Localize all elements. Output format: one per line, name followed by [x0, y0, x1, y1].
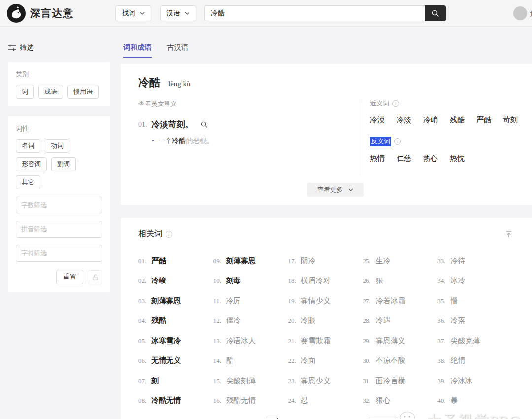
english-definition-link[interactable]: 查看英文释义 [138, 100, 177, 107]
antonym-word[interactable]: 热情 [370, 154, 385, 163]
user-avatar[interactable] [513, 6, 527, 20]
pinyin-filter-input[interactable] [16, 221, 102, 238]
related-word-text[interactable]: 面冷言横 [376, 377, 405, 384]
info-icon[interactable]: i [394, 138, 401, 145]
related-word-text[interactable]: 忍 [301, 396, 308, 404]
back-to-top-icon[interactable] [505, 231, 512, 238]
related-word-text[interactable]: 冷面 [301, 356, 316, 364]
related-word-text[interactable]: 冷峻 [151, 277, 166, 284]
search-button[interactable] [425, 5, 446, 21]
character-filter-input[interactable] [16, 245, 102, 262]
related-word-text[interactable]: 绝情 [450, 356, 465, 364]
word-body: 查看英文释义 01. 冷淡苛刻。 •一个冷酷的恶棍。 [138, 99, 532, 175]
related-word-text[interactable]: 狠心 [376, 396, 391, 404]
example-sentence: •一个冷酷的恶棍。 [138, 137, 350, 145]
char-count-filter-input[interactable] [16, 197, 102, 213]
related-word-text[interactable]: 暴 [450, 396, 458, 404]
related-word-text[interactable]: 寡恩少义 [301, 377, 331, 384]
search-input[interactable] [204, 5, 425, 21]
related-word-text[interactable]: 赛雪欺霜 [301, 337, 331, 345]
brand[interactable]: 深言达意 [7, 4, 73, 23]
category-chip[interactable]: 词 [16, 85, 34, 99]
per-page-select[interactable]: 40 [369, 417, 397, 419]
related-word-text[interactable]: 寡情少义 [301, 297, 331, 305]
related-word-item: 24. 忍 [288, 396, 363, 405]
related-word-text[interactable]: 冰寒雪冷 [151, 337, 181, 345]
related-word-text[interactable]: 刻薄寡恩 [151, 297, 181, 305]
antonym-word[interactable]: 仁慈 [397, 154, 411, 163]
pos-chip[interactable]: 动词 [45, 139, 69, 153]
related-word-text[interactable]: 冷冰冰 [450, 377, 472, 384]
related-word-text[interactable]: 寡恩薄义 [376, 337, 405, 345]
category-chip[interactable]: 惯用语 [67, 85, 99, 99]
related-word-text[interactable]: 冰冷 [450, 277, 465, 284]
related-word-text[interactable]: 尖酸克薄 [450, 337, 480, 345]
related-word-number: 03. [138, 297, 146, 305]
pos-chip[interactable]: 形容词 [16, 157, 47, 171]
see-more-label: 查看更多 [317, 185, 343, 194]
pos-chip[interactable]: 名词 [16, 139, 40, 153]
example-keyword: 冷酷 [172, 137, 186, 144]
related-word-item: 26. 狠 [363, 276, 437, 285]
synonym-word[interactable]: 严酷 [476, 115, 491, 125]
related-word-number: 18. [288, 277, 296, 284]
related-word-text[interactable]: 僵冷 [226, 316, 241, 324]
related-word-number: 10. [213, 277, 221, 284]
related-word-text[interactable]: 阴冷 [301, 257, 316, 265]
pagination: 1 2 3 每页展示 40 [138, 417, 512, 419]
antonyms-header: 反义词 i [370, 137, 518, 146]
related-word-text[interactable]: 冷眼 [301, 316, 316, 324]
related-word-text[interactable]: 酷 [226, 356, 233, 364]
reset-button[interactable]: 重置 [56, 270, 83, 284]
related-word-text[interactable]: 刻薄寡思 [226, 257, 256, 265]
antonym-word[interactable]: 热忱 [450, 154, 465, 163]
synonym-word[interactable]: 冷漠 [370, 115, 385, 125]
bullet-dot: • [152, 137, 154, 144]
related-word-text[interactable]: 残酷无情 [226, 396, 256, 404]
language-dropdown[interactable]: 汉语 [160, 5, 196, 21]
related-word-text[interactable]: 不凉不酸 [376, 356, 405, 364]
tab-classical-chinese[interactable]: 古汉语 [167, 43, 189, 57]
related-word-text[interactable]: 冷待 [450, 257, 465, 265]
definition-search-icon[interactable] [200, 121, 208, 128]
related-word-text[interactable]: 刻毒 [226, 277, 241, 284]
pos-chip[interactable]: 其它 [16, 175, 40, 189]
info-icon[interactable]: i [166, 231, 172, 238]
tab-words-and-idioms[interactable]: 词和成语 [123, 43, 152, 58]
related-word-text[interactable]: 冷酷无情 [151, 396, 181, 404]
related-word-text[interactable]: 冷遇 [376, 316, 391, 324]
related-word-text[interactable]: 憯 [450, 297, 458, 305]
chevron-down-icon [348, 188, 353, 191]
mode-dropdown[interactable]: 找词 [115, 5, 151, 21]
related-word-text[interactable]: 冷语冰人 [226, 337, 256, 345]
related-word-item: 36. 冷落 [437, 316, 512, 325]
related-word-item: 07. 刻 [138, 376, 213, 385]
related-word-text[interactable]: 尖酸刻薄 [226, 377, 256, 384]
related-word-item: 09. 刻薄寡思 [213, 256, 288, 266]
category-chip[interactable]: 成语 [38, 85, 63, 99]
related-word-item: 16. 残酷无情 [213, 396, 288, 405]
related-word-text[interactable]: 冷若冰霜 [376, 297, 405, 305]
lock-button[interactable] [88, 270, 102, 284]
related-word-text[interactable]: 刻 [151, 377, 159, 384]
related-word-text[interactable]: 横眉冷对 [301, 277, 331, 284]
related-word-text[interactable]: 狠 [376, 277, 383, 284]
related-word-text[interactable]: 冷落 [450, 316, 465, 324]
antonym-word[interactable]: 热心 [423, 154, 438, 163]
related-word-text[interactable]: 生冷 [376, 257, 391, 265]
synonym-word[interactable]: 冷峭 [423, 115, 438, 125]
related-word-text[interactable]: 无情无义 [151, 356, 181, 364]
pos-label: 词性 [16, 124, 102, 133]
info-icon[interactable]: i [392, 100, 399, 107]
related-word-text[interactable]: 冷厉 [226, 297, 241, 305]
synonym-word[interactable]: 苛刻 [503, 115, 518, 125]
pos-chip[interactable]: 副词 [51, 157, 76, 171]
whale-logo-icon [7, 4, 26, 23]
related-word-text[interactable]: 严酷 [151, 257, 166, 265]
related-word-number: 31. [363, 377, 370, 384]
synonym-word[interactable]: 残酷 [450, 115, 465, 125]
related-word-text[interactable]: 残酷 [151, 316, 166, 324]
see-more-button[interactable]: 查看更多 [307, 183, 364, 197]
synonym-word[interactable]: 冷淡 [397, 115, 411, 125]
language-dropdown-value: 汉语 [166, 9, 180, 18]
